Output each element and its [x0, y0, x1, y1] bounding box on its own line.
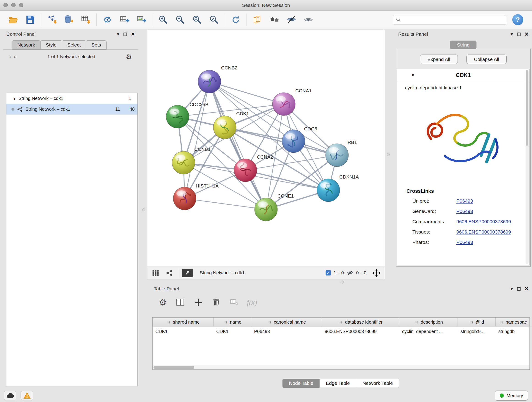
export-table-button[interactable] — [117, 13, 132, 27]
zoom-out-button[interactable] — [173, 13, 187, 27]
close-panel-icon[interactable]: × — [525, 286, 528, 292]
crosslink-value-link[interactable]: 9606.ENSP00000378699 — [456, 229, 511, 235]
network-canvas[interactable]: CCNB2CCNA1CDC25BCDK1CDC6RB1CCNB1CCNA2CDK… — [147, 30, 385, 267]
zoom-selected-button[interactable] — [207, 13, 221, 27]
pan-crosshair-icon[interactable] — [372, 268, 381, 278]
network-collection-row[interactable]: ▼ String Network – cdk1 1 — [6, 93, 138, 104]
network-node-CCNA1[interactable] — [272, 93, 295, 115]
column-header[interactable]: canonical name — [251, 318, 322, 327]
zoom-in-button[interactable] — [156, 13, 170, 27]
new-network-button[interactable] — [100, 13, 114, 27]
birdseye-toggle-button[interactable] — [182, 269, 193, 277]
network-row-selected[interactable]: String Network – cdk1 11 48 — [6, 104, 138, 115]
panel-menu-icon[interactable]: ▼ — [117, 32, 120, 36]
crosslink-value-link[interactable]: 9606.ENSP00000378699 — [456, 218, 511, 225]
network-node-CDK1[interactable] — [213, 116, 236, 139]
import-network-database-button[interactable] — [62, 13, 76, 27]
float-panel-icon[interactable] — [517, 32, 520, 36]
network-edge[interactable] — [209, 82, 284, 104]
database-icon — [64, 15, 74, 25]
collapse-all-button[interactable]: Collapse All — [467, 55, 507, 64]
tab-style[interactable]: Style — [40, 40, 62, 50]
show-all-button[interactable] — [301, 13, 316, 27]
panel-menu-icon[interactable]: ▼ — [510, 287, 513, 291]
tab-select[interactable]: Select — [62, 40, 86, 50]
tab-string[interactable]: String — [450, 41, 476, 49]
homes-button[interactable] — [267, 13, 282, 27]
network-node-CDC6[interactable] — [282, 130, 305, 153]
import-table-button[interactable] — [79, 13, 93, 27]
tab-edge-table[interactable]: Edge Table — [319, 379, 356, 388]
help-button[interactable]: ? — [512, 14, 523, 25]
column-header[interactable]: shared name — [152, 318, 214, 327]
table-horizontal-scrollbar[interactable] — [152, 365, 530, 370]
search-input[interactable] — [403, 17, 503, 22]
save-session-button[interactable] — [23, 13, 37, 27]
right-splitter-handle[interactable] — [387, 153, 390, 156]
warnings-button[interactable] — [21, 391, 33, 400]
bottom-splitter-handle[interactable] — [341, 281, 344, 283]
table-cell: stringdb — [496, 329, 530, 334]
results-scrollbar[interactable] — [526, 70, 529, 264]
column-header[interactable]: description — [399, 318, 458, 327]
column-header[interactable]: @id — [458, 318, 496, 327]
table-row[interactable]: CDK1CDK1P064939606.ENSP00000378699cyclin… — [152, 327, 530, 336]
import-network-file-button[interactable] — [45, 13, 59, 27]
tab-node-table[interactable]: Node Table — [283, 379, 320, 388]
column-header[interactable]: database identifier — [322, 318, 399, 327]
network-edge[interactable] — [209, 82, 266, 210]
tab-network[interactable]: Network — [12, 40, 41, 50]
open-session-button[interactable] — [6, 13, 20, 27]
network-node-CDC25B[interactable] — [166, 105, 189, 128]
search-box[interactable] — [393, 15, 506, 25]
expand-all-icon[interactable]: « — [13, 55, 18, 58]
column-header[interactable]: name — [214, 318, 251, 327]
memory-button[interactable]: Memory — [495, 390, 528, 401]
results-scrollbar-thumb[interactable] — [526, 70, 528, 146]
grid-view-button[interactable] — [151, 268, 161, 278]
tab-network-table[interactable]: Network Table — [356, 379, 399, 388]
show-columns-button[interactable] — [175, 297, 186, 308]
table-scrollbar-thumb[interactable] — [153, 366, 194, 369]
selected-nodes-checkbox-icon[interactable]: ✓ — [326, 270, 331, 275]
float-panel-icon[interactable] — [123, 32, 127, 36]
crosslink-value-link[interactable]: P06493 — [456, 208, 473, 215]
tree-caret-icon[interactable]: ▼ — [13, 97, 16, 100]
close-panel-icon[interactable]: × — [131, 31, 135, 37]
network-node-CCNA2[interactable] — [234, 159, 257, 182]
network-edge[interactable] — [185, 82, 209, 198]
network-edge[interactable] — [225, 128, 337, 155]
network-overview-button[interactable] — [164, 268, 174, 278]
crosslink-value-link[interactable]: P06493 — [456, 198, 473, 204]
collapse-all-icon[interactable]: » — [8, 55, 13, 58]
zoom-fit-button[interactable] — [190, 13, 204, 27]
expand-all-button[interactable]: Expand All — [420, 55, 458, 64]
table-settings-button[interactable]: ⚙ — [157, 297, 168, 308]
network-node-HIST1H1A[interactable] — [173, 187, 196, 210]
panel-menu-icon[interactable]: ▼ — [510, 32, 513, 36]
column-header-label: name — [230, 319, 241, 325]
cloud-button[interactable] — [4, 391, 16, 400]
network-node-CCNB1[interactable] — [172, 151, 195, 174]
left-splitter-handle[interactable] — [142, 208, 145, 211]
gene-section-header[interactable]: ▼ CDK1 — [397, 69, 529, 81]
network-edge[interactable] — [185, 198, 266, 210]
export-image-button[interactable] — [134, 13, 148, 27]
network-node-RB1[interactable] — [326, 144, 348, 167]
results-panel: Results Panel ▼ × String Expand All Coll… — [394, 29, 532, 283]
tab-sets[interactable]: Sets — [86, 40, 107, 50]
hide-selected-button[interactable] — [284, 13, 298, 27]
network-node-CDKN1A[interactable] — [317, 179, 340, 202]
network-node-CCNE1[interactable] — [254, 198, 278, 221]
delete-column-button[interactable] — [210, 297, 222, 308]
column-header[interactable]: namespac — [496, 318, 530, 327]
network-options-gear-icon[interactable]: ⚙ — [126, 53, 132, 61]
refresh-button[interactable] — [229, 13, 243, 27]
close-panel-icon[interactable]: × — [525, 31, 528, 37]
crosslink-value-link[interactable]: P06493 — [456, 239, 473, 246]
add-column-button[interactable] — [193, 297, 204, 308]
copy-document-button[interactable] — [250, 13, 265, 27]
network-node-CCNB2[interactable] — [198, 70, 221, 93]
float-panel-icon[interactable] — [517, 287, 520, 291]
collapse-gene-icon[interactable]: ▼ — [412, 73, 414, 77]
